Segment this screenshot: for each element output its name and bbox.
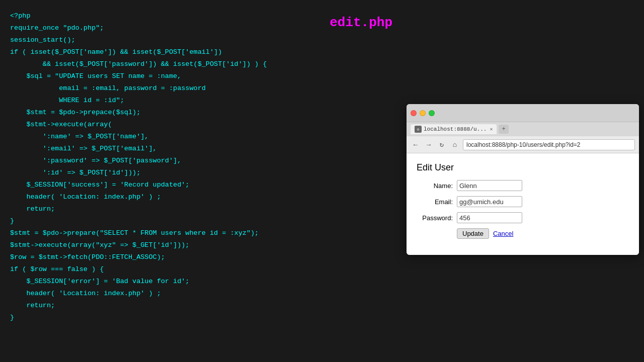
forward-button[interactable]: →: [424, 140, 434, 150]
code-line: ':name' => $_POST['name'],: [10, 131, 392, 143]
code-line: $stmt = $pdo->prepace($sql);: [10, 107, 392, 119]
code-line: }: [10, 215, 392, 227]
name-row: Name:: [417, 180, 629, 191]
code-line: $sql = "UPDATE users SET name = :name,: [10, 70, 392, 82]
code-line: && isset($_POST['password']) && isset($_…: [10, 58, 392, 70]
form-actions: Update Cancel: [457, 228, 629, 239]
name-input[interactable]: [457, 180, 522, 191]
code-line: $_SESSION['error'] = 'Bad value for id';: [10, 276, 392, 288]
home-button[interactable]: ⌂: [450, 140, 460, 150]
code-line: $stmt->execute(array(: [10, 119, 392, 131]
close-button-icon[interactable]: [411, 110, 417, 116]
address-bar[interactable]: localhost:8888/php-10/users/edit.php?id=…: [463, 139, 635, 150]
code-line: ':password' => $_POST['password'],: [10, 155, 392, 167]
browser-tab[interactable]: ⊙ localhost:8888/u... ✕: [411, 124, 497, 134]
minimize-button-icon[interactable]: [420, 110, 426, 116]
password-label: Password:: [417, 214, 457, 222]
code-line: session_start();: [10, 34, 392, 46]
reload-button[interactable]: ↻: [437, 140, 447, 150]
code-line: return;: [10, 300, 392, 312]
code-line: header( 'Location: index.php' ) ;: [10, 191, 392, 203]
password-row: Password:: [417, 212, 629, 223]
code-line: if ( isset($_POST['name']) && isset($_PO…: [10, 46, 392, 58]
code-line: WHERE id = :id";: [10, 95, 392, 107]
code-line: $stmt = $pdo->prepare("SELECT * FROM use…: [10, 227, 392, 239]
code-line: $row = $stmt->fetch(PDO::FETCH_ASSOC);: [10, 251, 392, 263]
code-line: ':id' => $_POST['id']));: [10, 167, 392, 179]
code-line: }: [10, 312, 392, 324]
browser-content: Edit User Name: Email: Password: Update …: [407, 153, 639, 255]
new-tab-button[interactable]: +: [499, 125, 508, 134]
address-text: localhost:8888/php-10/users/edit.php?id=…: [466, 141, 581, 148]
cancel-link[interactable]: Cancel: [493, 230, 513, 237]
browser-navbar: ← → ↻ ⌂ localhost:8888/php-10/users/edit…: [407, 136, 639, 153]
tab-bar: ⊙ localhost:8888/u... ✕ +: [407, 122, 639, 136]
tab-close-icon[interactable]: ✕: [490, 126, 493, 132]
tab-favicon-icon: ⊙: [415, 126, 422, 133]
browser-window: ⊙ localhost:8888/u... ✕ + ← → ↻ ⌂ localh…: [407, 104, 639, 255]
update-button[interactable]: Update: [457, 228, 489, 239]
code-line: $stmt->execute(array("xyz" => $_GET['id'…: [10, 239, 392, 251]
back-button[interactable]: ←: [411, 140, 421, 150]
name-label: Name:: [417, 182, 457, 190]
tab-label: localhost:8888/u...: [424, 126, 487, 132]
code-line: $_SESSION['success'] = 'Record updated';: [10, 179, 392, 191]
code-line: return;: [10, 203, 392, 215]
maximize-button-icon[interactable]: [429, 110, 435, 116]
code-line: header( 'Location: index.php' ) ;: [10, 288, 392, 300]
email-input[interactable]: [457, 196, 522, 207]
password-input[interactable]: [457, 212, 522, 223]
code-line: ':email' => $_POST['email'],: [10, 143, 392, 155]
code-editor: edit.php <?phprequire_once "pdo.php";ses…: [0, 0, 403, 362]
code-line: email = :email, password = :password: [10, 82, 392, 95]
browser-titlebar: [407, 104, 639, 122]
code-line: if ( $row === false ) {: [10, 263, 392, 276]
email-label: Email:: [417, 198, 457, 206]
file-title: edit.php: [330, 15, 392, 30]
page-title: Edit User: [417, 162, 629, 173]
email-row: Email:: [417, 196, 629, 207]
